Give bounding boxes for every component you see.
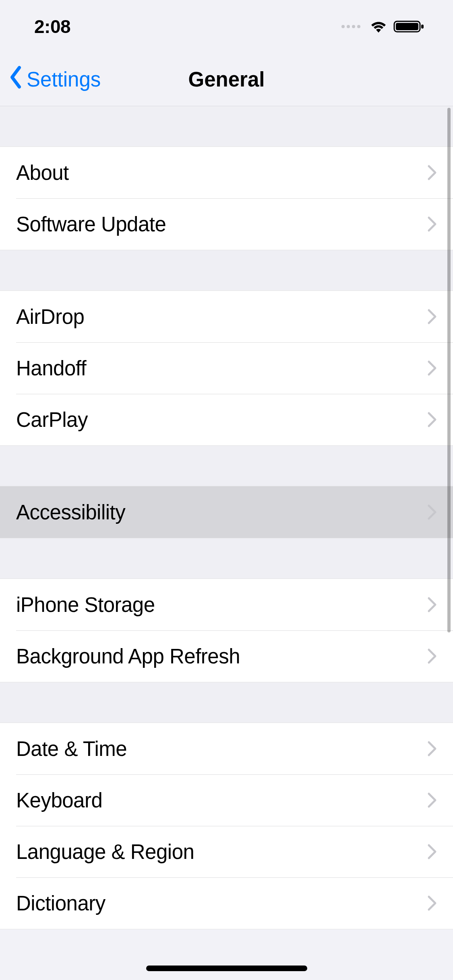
chevron-right-icon <box>427 165 437 181</box>
chevron-right-icon <box>427 504 437 520</box>
scroll-indicator[interactable] <box>447 108 451 632</box>
row-label: Keyboard <box>16 789 427 812</box>
row-handoff[interactable]: Handoff <box>0 342 453 394</box>
chevron-right-icon <box>427 895 437 911</box>
section-gap <box>0 538 453 579</box>
row-software-update[interactable]: Software Update <box>0 198 453 250</box>
row-iphone-storage[interactable]: iPhone Storage <box>0 579 453 630</box>
section-gap <box>0 446 453 486</box>
row-keyboard[interactable]: Keyboard <box>0 774 453 826</box>
row-language-region[interactable]: Language & Region <box>0 826 453 877</box>
row-label: AirDrop <box>16 305 427 329</box>
chevron-right-icon <box>427 309 437 325</box>
row-label: Dictionary <box>16 891 427 915</box>
row-label: About <box>16 161 427 185</box>
home-indicator[interactable] <box>146 966 307 971</box>
row-label: Language & Region <box>16 840 427 864</box>
row-airdrop[interactable]: AirDrop <box>0 291 453 342</box>
chevron-right-icon <box>427 792 437 808</box>
chevron-right-icon <box>427 648 437 664</box>
section: iPhone StorageBackground App Refresh <box>0 579 453 682</box>
nav-bar: Settings General <box>0 53 453 106</box>
chevron-right-icon <box>427 741 437 757</box>
row-about[interactable]: About <box>0 147 453 198</box>
settings-list[interactable]: AboutSoftware UpdateAirDropHandoffCarPla… <box>0 106 453 929</box>
back-button[interactable]: Settings <box>0 65 101 94</box>
row-accessibility[interactable]: Accessibility <box>0 486 453 538</box>
section: AirDropHandoffCarPlay <box>0 290 453 446</box>
row-background-app-refresh[interactable]: Background App Refresh <box>0 630 453 682</box>
chevron-left-icon <box>8 65 23 94</box>
row-label: Handoff <box>16 356 427 380</box>
row-label: Background App Refresh <box>16 644 427 668</box>
row-carplay[interactable]: CarPlay <box>0 394 453 445</box>
section-gap <box>0 682 453 723</box>
cellular-dots-icon <box>341 25 360 28</box>
chevron-right-icon <box>427 412 437 428</box>
svg-rect-1 <box>396 23 418 30</box>
section-gap <box>0 250 453 290</box>
chevron-right-icon <box>427 844 437 860</box>
section-gap <box>0 106 453 146</box>
section: AboutSoftware Update <box>0 146 453 250</box>
row-label: iPhone Storage <box>16 593 427 617</box>
status-time: 2:08 <box>34 16 70 37</box>
battery-icon <box>393 19 425 34</box>
chevron-right-icon <box>427 597 437 613</box>
chevron-right-icon <box>427 360 437 376</box>
row-dictionary[interactable]: Dictionary <box>0 877 453 929</box>
wifi-icon <box>368 19 389 34</box>
row-label: Date & Time <box>16 737 427 761</box>
row-date-time[interactable]: Date & Time <box>0 723 453 774</box>
chevron-right-icon <box>427 216 437 232</box>
status-bar: 2:08 <box>0 0 453 53</box>
row-label: CarPlay <box>16 408 427 432</box>
row-label: Accessibility <box>16 500 427 524</box>
section: Date & TimeKeyboardLanguage & RegionDict… <box>0 723 453 929</box>
svg-rect-2 <box>421 25 424 29</box>
row-label: Software Update <box>16 212 427 236</box>
back-label: Settings <box>27 68 101 91</box>
status-icons <box>341 19 425 34</box>
section: Accessibility <box>0 486 453 538</box>
page-title: General <box>188 68 265 91</box>
